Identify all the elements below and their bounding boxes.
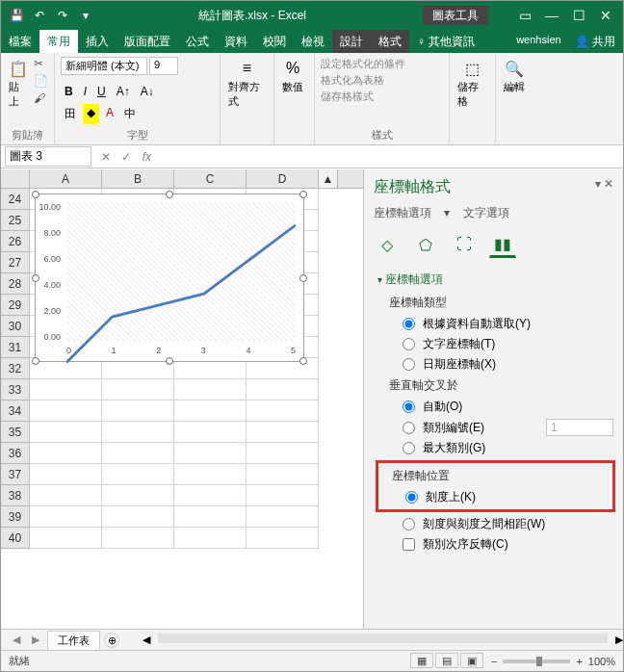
save-icon[interactable]: 💾 xyxy=(9,9,24,22)
decrease-font-icon[interactable]: A↓ xyxy=(137,83,158,100)
row-header[interactable]: 26 xyxy=(1,231,30,252)
size-props-icon[interactable]: ⛶ xyxy=(451,231,478,258)
hscroll-left[interactable]: ◀ xyxy=(143,633,150,646)
col-header[interactable]: D xyxy=(247,169,319,188)
sheet-nav-prev[interactable]: ◀ xyxy=(9,633,24,646)
radio-between-tick[interactable]: 刻度與刻度之間相距(W) xyxy=(377,514,613,534)
underline-button[interactable]: U xyxy=(93,83,110,100)
tab-more[interactable]: ♀ 其他資訊 xyxy=(409,30,482,53)
name-box[interactable]: 圖表 3 xyxy=(5,146,91,167)
row-header[interactable]: 28 xyxy=(1,273,30,295)
font-size-dropdown[interactable]: 9 xyxy=(149,57,178,75)
cancel-formula-icon[interactable]: ✕ xyxy=(97,150,115,164)
tab-design[interactable]: 設計 xyxy=(332,30,371,53)
close-icon[interactable]: ✕ xyxy=(594,8,617,23)
radio-date-axis[interactable]: 日期座標軸(X) xyxy=(377,354,613,375)
hscroll-track[interactable] xyxy=(158,633,608,643)
col-header[interactable]: B xyxy=(102,169,174,188)
redo-icon[interactable]: ↷ xyxy=(55,9,70,22)
row-header[interactable]: 29 xyxy=(1,295,30,316)
pane-tab-options[interactable]: 座標軸選項 ▾ xyxy=(374,206,450,220)
phonetic-icon[interactable]: 中 xyxy=(120,104,140,124)
tab-formulas[interactable]: 公式 xyxy=(178,30,217,53)
row-header[interactable]: 34 xyxy=(1,401,30,422)
share-button[interactable]: 👤 共用 xyxy=(567,30,623,53)
format-painter-icon[interactable]: 🖌 xyxy=(34,91,48,105)
cells-button[interactable]: ⬚儲存格 xyxy=(455,57,489,111)
pane-tab-text[interactable]: 文字選項 xyxy=(463,206,509,220)
row-header[interactable]: 27 xyxy=(1,252,30,273)
fill-line-icon[interactable]: ◇ xyxy=(374,231,401,258)
sheet-nav-next[interactable]: ▶ xyxy=(28,633,43,646)
select-all-corner[interactable] xyxy=(1,169,30,188)
radio-on-tick[interactable]: 刻度上(K) xyxy=(380,487,611,507)
zoom-slider[interactable] xyxy=(503,659,570,663)
fill-color-icon[interactable]: ◆ xyxy=(83,104,99,124)
bold-button[interactable]: B xyxy=(61,83,77,100)
row-header[interactable]: 37 xyxy=(1,464,30,485)
cond-format-button[interactable]: 設定格式化的條件 xyxy=(321,57,405,71)
hscroll-right[interactable]: ▶ xyxy=(615,633,623,646)
tab-file[interactable]: 檔案 xyxy=(1,30,39,53)
row-header[interactable]: 35 xyxy=(1,422,30,443)
section-axis-options[interactable]: 座標軸選項 xyxy=(377,268,613,292)
view-page-icon[interactable]: ▤ xyxy=(435,653,458,668)
row-header[interactable]: 31 xyxy=(1,337,30,358)
sheet-tab[interactable]: 工作表 xyxy=(47,631,100,650)
effects-icon[interactable]: ⬠ xyxy=(412,231,439,258)
axis-options-icon[interactable]: ▮▮ xyxy=(489,231,516,258)
chart-object[interactable]: 10.008.006.004.002.000.00 012345 xyxy=(35,194,304,362)
radio-cross-category[interactable]: 類別編號(E)1 xyxy=(377,417,613,438)
font-name-dropdown[interactable]: 新細明體 (本文) xyxy=(61,57,147,75)
increase-font-icon[interactable]: A↑ xyxy=(113,83,134,100)
copy-icon[interactable]: 📄 xyxy=(34,74,48,88)
undo-icon[interactable]: ↶ xyxy=(32,9,47,22)
zoom-level[interactable]: 100% xyxy=(588,656,615,667)
row-header[interactable]: 24 xyxy=(1,189,30,210)
row-header[interactable]: 38 xyxy=(1,485,30,506)
row-header[interactable]: 25 xyxy=(1,210,30,231)
tab-layout[interactable]: 版面配置 xyxy=(117,30,178,53)
row-header[interactable]: 30 xyxy=(1,316,30,337)
editing-button[interactable]: 🔍編輯 xyxy=(502,57,527,96)
fx-icon[interactable]: fx xyxy=(139,150,155,164)
row-header[interactable]: 40 xyxy=(1,528,30,549)
radio-text-axis[interactable]: 文字座標軸(T) xyxy=(377,334,613,354)
check-reverse-order[interactable]: 類別次序反轉(C) xyxy=(377,534,613,555)
tab-home[interactable]: 常用 xyxy=(39,30,78,53)
paste-button[interactable]: 📋 貼上 xyxy=(7,57,30,111)
accept-formula-icon[interactable]: ✓ xyxy=(117,150,135,164)
tab-review[interactable]: 校閱 xyxy=(255,30,294,53)
alignment-button[interactable]: ≡對齊方式 xyxy=(226,57,268,111)
maximize-icon[interactable]: ☐ xyxy=(567,8,590,23)
qat-more-icon[interactable]: ▾ xyxy=(78,9,93,22)
tab-data[interactable]: 資料 xyxy=(217,30,255,53)
tab-view[interactable]: 檢視 xyxy=(294,30,332,53)
format-table-button[interactable]: 格式化為表格 xyxy=(321,73,384,88)
font-color-icon[interactable]: A xyxy=(102,104,117,124)
tab-insert[interactable]: 插入 xyxy=(78,30,117,53)
formula-bar[interactable] xyxy=(161,149,619,164)
radio-auto-select[interactable]: 根據資料自動選取(Y) xyxy=(377,314,613,334)
row-header[interactable]: 39 xyxy=(1,506,30,528)
radio-cross-auto[interactable]: 自動(O) xyxy=(377,397,613,417)
italic-button[interactable]: I xyxy=(80,83,91,100)
number-format-button[interactable]: %數值 xyxy=(280,57,305,96)
pane-menu-icon[interactable]: ▾ ✕ xyxy=(595,177,613,197)
col-header[interactable]: C xyxy=(174,169,247,188)
ribbon-options-icon[interactable]: ▭ xyxy=(513,8,536,23)
row-header[interactable]: 32 xyxy=(1,358,30,379)
zoom-out-icon[interactable]: − xyxy=(491,656,497,667)
border-icon[interactable]: 田 xyxy=(61,104,80,124)
tab-format[interactable]: 格式 xyxy=(371,30,409,53)
new-sheet-button[interactable]: ⊕ xyxy=(104,633,119,648)
radio-cross-max[interactable]: 最大類別(G) xyxy=(377,438,613,458)
cell-styles-button[interactable]: 儲存格樣式 xyxy=(321,90,374,104)
cut-icon[interactable]: ✂ xyxy=(34,57,48,70)
row-header[interactable]: 33 xyxy=(1,379,30,401)
view-break-icon[interactable]: ▣ xyxy=(460,653,483,668)
zoom-in-icon[interactable]: + xyxy=(576,656,582,667)
col-header[interactable]: A xyxy=(30,169,102,188)
view-normal-icon[interactable]: ▦ xyxy=(410,653,433,668)
minimize-icon[interactable]: ― xyxy=(540,8,563,23)
